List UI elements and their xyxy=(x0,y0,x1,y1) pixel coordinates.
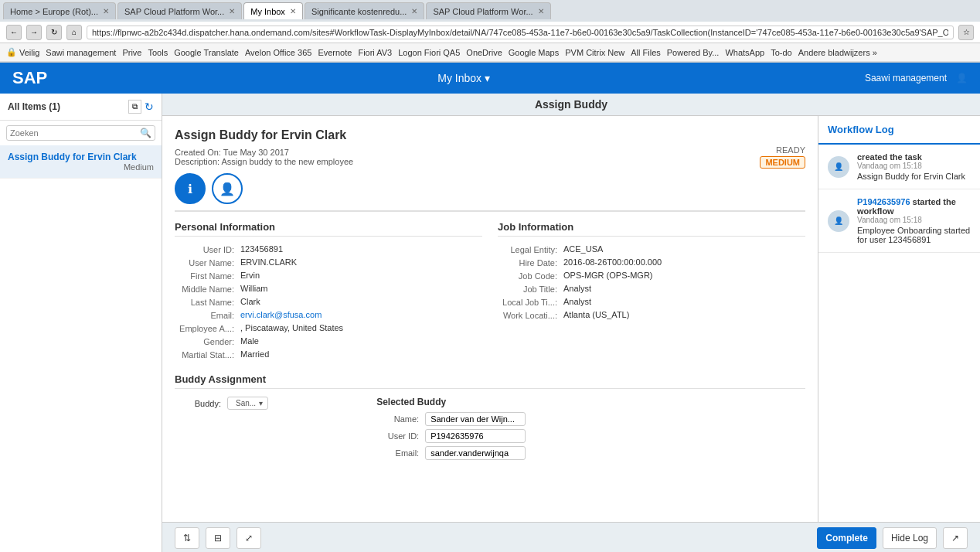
field-userid-label: User ID: xyxy=(175,244,240,254)
filter-icon: ⊟ xyxy=(214,533,222,543)
search-icon: 🔍 xyxy=(140,128,151,138)
field-job-code-value: OPS-MGR (OPS-MGR) xyxy=(563,271,653,280)
workflow-user-link[interactable]: P1942635976 xyxy=(857,197,910,206)
back-button[interactable]: ← xyxy=(6,25,22,40)
job-info-section: Job Information Legal Entity: ACE_USA Hi… xyxy=(498,221,805,363)
field-username-label: User Name: xyxy=(175,257,240,267)
info-tab[interactable]: ℹ xyxy=(175,173,206,204)
field-job-title: Job Title: Analyst xyxy=(498,284,805,294)
tab-close-2[interactable]: ✕ xyxy=(229,7,235,15)
field-local-job: Local Job Ti...: Analyst xyxy=(498,297,805,307)
email-link[interactable]: ervi.clark@sfusa.com xyxy=(240,310,322,319)
filter-button[interactable]: ⊟ xyxy=(206,527,230,549)
sap-body: All Items (1) ⧉ ↻ 🔍 Assign Buddy for Erv… xyxy=(0,94,980,552)
address-input[interactable] xyxy=(87,26,954,39)
complete-button[interactable]: Complete xyxy=(817,527,876,549)
bookmark-button[interactable]: ☆ xyxy=(958,25,974,40)
forward-button[interactable]: → xyxy=(26,25,42,40)
buddy-email-label: Email: xyxy=(376,448,419,458)
field-hire-date: Hire Date: 2016-08-26T00:00:00.000 xyxy=(498,257,805,267)
bookmark-avelon[interactable]: Avelon Office 365 xyxy=(245,48,311,57)
field-job-title-value: Analyst xyxy=(563,284,591,293)
bookmark-citrix[interactable]: PVM Citrix New xyxy=(565,48,624,57)
buddy-name-input[interactable] xyxy=(425,412,526,426)
search-input[interactable] xyxy=(10,128,140,138)
job-info-title: Job Information xyxy=(498,221,805,237)
refresh-button[interactable]: ↻ xyxy=(145,100,154,114)
left-panel-icons: ⧉ ↻ xyxy=(125,100,154,114)
fullscreen-icon: ⤢ xyxy=(245,533,253,543)
workflow-action-2: P1942635976 started the workflow xyxy=(857,197,971,216)
buddy-assignment-section: Buddy Assignment Buddy: San... ▾ xyxy=(175,373,805,463)
toolbar-left: ⇅ ⊟ ⤢ xyxy=(175,527,811,549)
sap-header: SAP My Inbox ▾ Saawi management 👤 xyxy=(0,63,980,94)
search-bar[interactable]: 🔍 xyxy=(6,125,155,141)
tab-5[interactable]: SAP Cloud Platform Wor... ✕ xyxy=(426,2,550,19)
tab-close-3[interactable]: ✕ xyxy=(290,7,296,15)
bookmark-whatsapp[interactable]: WhatsApp xyxy=(725,48,764,57)
info-columns: Personal Information User ID: 123456891 … xyxy=(175,221,805,363)
tab-4[interactable]: Significante kostenredu... ✕ xyxy=(305,2,425,19)
buddy-userid-input[interactable] xyxy=(425,429,526,443)
bookmark-andere[interactable]: Andere bladwijzers » xyxy=(798,48,877,57)
hide-log-label: Hide Log xyxy=(891,533,928,543)
user-icon[interactable]: 👤 xyxy=(956,73,968,83)
list-item-title: Assign Buddy for Ervin Clark xyxy=(8,152,154,162)
header-dropdown-icon[interactable]: ▾ xyxy=(485,72,490,84)
workflow-panel: Workflow Log 👤 created the task Vandaag … xyxy=(818,116,980,522)
left-panel-header: All Items (1) ⧉ ↻ xyxy=(0,94,162,121)
field-job-code-label: Job Code: xyxy=(498,271,563,281)
tab-close-1[interactable]: ✕ xyxy=(103,7,109,15)
tab-2[interactable]: SAP Cloud Platform Wor... ✕ xyxy=(117,2,242,19)
user-tab-icon: 👤 xyxy=(219,182,235,196)
bookmark-tools[interactable]: Tools xyxy=(148,48,168,57)
bookmark-evernote[interactable]: Evernote xyxy=(318,48,352,57)
bookmark-poweredby[interactable]: Powered By... xyxy=(667,48,720,57)
list-item[interactable]: Assign Buddy for Ervin Clark Medium xyxy=(0,145,162,179)
selected-buddy-title: Selected Buddy xyxy=(376,397,805,407)
field-address: Employee A...: , Piscataway, United Stat… xyxy=(175,323,482,333)
bottom-toolbar: ⇅ ⊟ ⤢ Complete Hide Log ↗ xyxy=(162,522,980,552)
form-title: Assign Buddy for Ervin Clark xyxy=(175,128,805,142)
bookmark-sawi[interactable]: Sawi management xyxy=(46,48,116,57)
bookmark-veilig[interactable]: 🔒 Veilig xyxy=(6,47,39,57)
bookmark-allfiles[interactable]: All Files xyxy=(631,48,661,57)
hide-log-button[interactable]: Hide Log xyxy=(883,527,937,549)
fullscreen-button[interactable]: ⤢ xyxy=(236,527,261,549)
home-button[interactable]: ⌂ xyxy=(66,25,82,40)
buddy-selector-row: Buddy: San... ▾ xyxy=(175,397,268,410)
form-meta-right: READY MEDIUM xyxy=(760,145,805,169)
tab-1[interactable]: Home > Europe (Rot)... ✕ xyxy=(3,2,116,19)
tab-close-4[interactable]: ✕ xyxy=(411,7,417,15)
all-items-title: All Items (1) xyxy=(8,101,60,112)
workflow-entry-2: 👤 P1942635976 started the workflow Vanda… xyxy=(818,189,980,253)
browser-chrome: Home > Europe (Rot)... ✕ SAP Cloud Platf… xyxy=(0,0,980,63)
bookmark-logon[interactable]: Logon Fiori QA5 xyxy=(398,48,460,57)
bookmark-todo[interactable]: To-do xyxy=(771,48,792,57)
bookmark-prive[interactable]: Prive xyxy=(122,48,141,57)
bookmark-maps[interactable]: Google Maps xyxy=(509,48,559,57)
reload-button[interactable]: ↻ xyxy=(46,25,62,40)
buddy-dropdown-icon[interactable]: ▾ xyxy=(259,399,263,407)
external-link-button[interactable]: ↗ xyxy=(943,527,968,549)
left-panel: All Items (1) ⧉ ↻ 🔍 Assign Buddy for Erv… xyxy=(0,94,162,552)
workflow-avatar-1: 👤 xyxy=(828,156,849,178)
field-work-loc-label: Work Locati...: xyxy=(498,310,563,320)
tab-close-5[interactable]: ✕ xyxy=(538,7,544,15)
sort-button[interactable]: ⇅ xyxy=(175,527,199,549)
field-gender-value: Male xyxy=(240,336,259,346)
bookmark-fiori[interactable]: Fiori AV3 xyxy=(358,48,392,57)
field-job-code: Job Code: OPS-MGR (OPS-MGR) xyxy=(498,271,805,281)
buddy-select[interactable]: San... ▾ xyxy=(227,397,268,410)
user-label: Saawi management xyxy=(865,73,947,83)
buddy-userid-row: User ID: xyxy=(376,429,805,443)
workflow-log-title[interactable]: Workflow Log xyxy=(828,124,971,135)
external-link-icon: ↗ xyxy=(951,533,959,543)
buddy-email-input[interactable] xyxy=(425,446,526,460)
bookmark-google-translate[interactable]: Google Translate xyxy=(174,48,239,57)
tab-3[interactable]: My Inbox ✕ xyxy=(243,2,303,19)
copy-button[interactable]: ⧉ xyxy=(128,100,141,114)
user-tab[interactable]: 👤 xyxy=(212,173,243,204)
field-legal-entity: Legal Entity: ACE_USA xyxy=(498,244,805,254)
bookmark-onedrive[interactable]: OneDrive xyxy=(466,48,502,57)
